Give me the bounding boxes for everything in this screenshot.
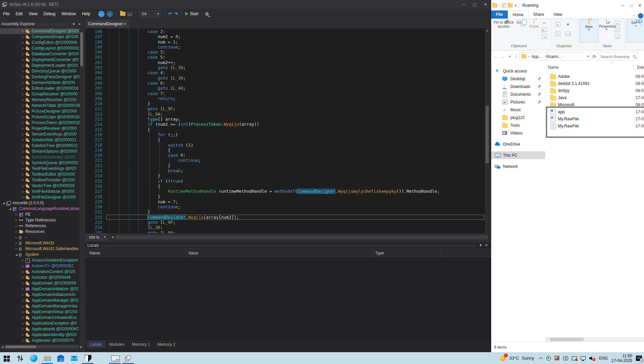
expand-arrow-icon[interactable]: ▷ (21, 275, 25, 280)
chevron-down-icon[interactable]: ▼ (478, 243, 484, 247)
assembly-tree-item[interactable]: ▷ApplicationIdentity @020 (0, 332, 84, 338)
language-select[interactable]: C# ▼ (139, 10, 161, 17)
scroll-left-icon[interactable]: ◀ (0, 345, 5, 348)
assembly-tree-item[interactable]: ▷CommandDesigner @020 (0, 28, 84, 34)
copy-to-icon[interactable]: ⎘ (555, 32, 560, 36)
breadcrumb-appdata[interactable]: App... (531, 54, 542, 59)
code-line[interactable]: 226 { (85, 184, 485, 189)
expand-arrow-icon[interactable]: ▷ (21, 303, 25, 309)
tree-vertical-scrollbar[interactable] (80, 28, 84, 344)
code-line[interactable]: 232 CommandDesigner.Wyqiju(array[num2]); (85, 215, 485, 220)
expand-arrow-icon[interactable]: ▷ (21, 109, 25, 114)
code-line[interactable]: 203 goto IL_30; (85, 65, 485, 70)
taskbar-app-tuner[interactable] (13, 352, 27, 364)
assembly-tree-item[interactable]: ▷ActivationContext @020 (0, 269, 84, 275)
scroll-left-icon[interactable]: ‹ (545, 338, 550, 341)
ribbon-tab-home[interactable]: Home (508, 10, 529, 19)
assembly-tree-item[interactable]: ▷AppDomainSetup @0200 (0, 309, 84, 315)
assembly-tree-item[interactable]: ▷SolutionTree @02000022 (0, 143, 84, 149)
editor-tab-commanddesigner[interactable]: CommandDesigner ✕ (85, 20, 129, 28)
assembly-tree-item[interactable]: ▷AppDomainManager @02 (0, 298, 84, 303)
scroll-right-icon[interactable]: ▶ (79, 345, 84, 348)
nav-item-documents[interactable]: Documents (491, 90, 545, 98)
app-tray-icon[interactable] (555, 356, 559, 360)
assembly-tree-item[interactable]: ▷ApplicationException @0 (0, 321, 84, 326)
assembly-explorer-header[interactable]: Assembly Explorer ▼ ✕ (0, 20, 84, 28)
code-line[interactable]: 207 goto IL_48; (85, 86, 485, 91)
locals-body[interactable] (85, 257, 491, 340)
expand-arrow-icon[interactable]: ▷ (21, 177, 25, 183)
volume-muted-icon[interactable]: ✕ (589, 356, 595, 361)
capture-tray-icon[interactable] (563, 356, 568, 360)
expand-arrow-icon[interactable]: ▷ (21, 286, 25, 292)
copy-path-icon[interactable]: W... (542, 28, 547, 32)
code-line[interactable]: 212 IL_0A: (85, 112, 485, 117)
scrollbar-thumb[interactable] (485, 106, 489, 163)
expand-arrow-icon[interactable]: ▷ (14, 246, 19, 252)
expand-arrow-icon[interactable]: ▷ (21, 103, 25, 109)
expand-arrow-icon[interactable]: ▷ (21, 40, 25, 46)
code-line[interactable]: 208 case 7: (85, 91, 485, 96)
menu-item-debug[interactable]: Debug (40, 11, 58, 16)
copy-button[interactable]: Copy (515, 20, 527, 42)
panel-tab-modules[interactable]: Modules (106, 341, 128, 348)
expand-arrow-icon[interactable]: ▷ (21, 292, 25, 298)
code-line[interactable]: 234 IL_30: (85, 225, 485, 230)
close-tab-icon[interactable]: ✕ (123, 22, 127, 26)
expand-arrow-icon[interactable]: ▷ (21, 183, 25, 189)
panel-tab-memory-1[interactable]: Memory 1 (129, 341, 153, 348)
edit-icon[interactable]: ✎ (615, 28, 620, 32)
assembly-tree-item[interactable]: ▷ApplicationId @0200006C (0, 326, 84, 332)
panel-tab-locals[interactable]: Locals (87, 341, 105, 348)
start-debug-button[interactable]: Start (185, 11, 198, 16)
assembly-tree-item[interactable]: ◢CommonLanguageRuntimeLibrary (0, 206, 84, 212)
assembly-tree-item[interactable]: ▷SymbolDictionary @020 (0, 154, 84, 160)
assembly-tree-item[interactable]: ▷StreamOptions @020000 (0, 149, 84, 154)
assembly-tree-item[interactable]: ▷AccessViolationException (0, 257, 84, 263)
code-line[interactable]: 209 return; (85, 96, 485, 101)
ribbon-tab-share[interactable]: Share (529, 10, 549, 19)
code-line[interactable]: 224 } (85, 173, 485, 178)
code-line[interactable]: 211 goto IL_9F; (85, 106, 485, 111)
minimize-button[interactable]: ─ (458, 0, 469, 9)
forward-button[interactable]: → (501, 54, 505, 59)
file-row[interactable]: app17-0 (545, 108, 644, 115)
scrollbar-thumb[interactable] (5, 345, 36, 348)
assembly-tree-item[interactable]: ▷{}Microsoft.Win32.SafeHandles (0, 246, 84, 252)
expand-arrow-icon[interactable]: ▷ (21, 149, 25, 154)
address-bar[interactable]: « App... › Roami... › ▼ (520, 52, 591, 61)
file-row[interactable]: Java17-0 (545, 94, 644, 101)
assembly-tree-item[interactable]: ▷DeploymentLoader @020 (0, 63, 84, 68)
file-row[interactable]: Adobe08-0 (545, 73, 644, 80)
expand-arrow-icon[interactable]: ▷ (21, 269, 25, 275)
scroll-up-icon[interactable]: ▲ (485, 28, 489, 33)
nav-item-desktop[interactable]: Desktop (491, 75, 545, 83)
nav-item-network[interactable]: Network (491, 162, 545, 170)
code-line[interactable]: 221 continue; (85, 158, 485, 163)
file-row[interactable]: dnSpy08-0 (545, 87, 644, 94)
assembly-tree-item[interactable]: ▷References (0, 223, 84, 229)
taskbar-app-start[interactable] (0, 352, 13, 364)
expand-arrow-icon[interactable]: ▷ (21, 189, 25, 194)
expand-arrow-icon[interactable]: ▷ (21, 63, 25, 68)
collapse-arrow-icon[interactable]: ◢ (1, 200, 6, 206)
expand-arrow-icon[interactable]: ▷ (14, 212, 19, 217)
open-file-icon[interactable] (120, 12, 125, 16)
file-row[interactable]: Microsoft08-0 (545, 101, 644, 108)
expand-arrow-icon[interactable]: ▷ (21, 137, 25, 143)
close-pane-icon[interactable]: ✕ (77, 22, 82, 26)
code-line[interactable]: 216 for (;;) (85, 132, 485, 137)
expand-arrow-icon[interactable]: ▷ (21, 80, 25, 86)
expand-arrow-icon[interactable]: ▷ (21, 263, 25, 269)
assembly-tree-item[interactable]: ▷AppDomainInitializer @02 (0, 286, 84, 292)
expand-arrow-icon[interactable]: ▷ (14, 240, 19, 246)
code-line[interactable]: 230 continue; (85, 204, 485, 209)
code-line[interactable]: 210 } (85, 101, 485, 106)
assembly-tree-item[interactable]: ▷ConfigLayout @0200000C (0, 46, 84, 51)
expand-arrow-icon[interactable]: ▷ (21, 326, 25, 332)
search-icon[interactable] (205, 12, 208, 16)
code-line[interactable]: 197 num2 = 0; (85, 34, 485, 39)
open-icon[interactable]: ▸ (615, 21, 620, 25)
explorer-title-bar[interactable]: | ▼ | Roaming ─ □ ✕ (491, 0, 644, 11)
nav-item-tools[interactable]: Tools (491, 121, 545, 129)
